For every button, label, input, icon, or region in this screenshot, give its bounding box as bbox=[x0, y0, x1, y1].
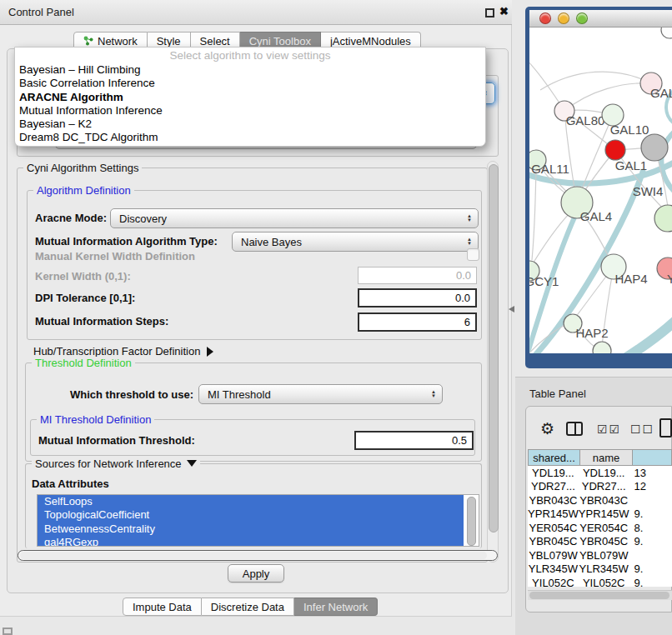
table-cell: YIL052C bbox=[579, 576, 629, 587]
tab-label: Network bbox=[98, 35, 138, 48]
mi-steps-field[interactable]: 6 bbox=[358, 312, 477, 332]
table-row[interactable]: YBL079WYBL079W bbox=[528, 548, 672, 562]
document-export-icon[interactable] bbox=[659, 418, 672, 438]
table-cell: 8. bbox=[629, 521, 672, 535]
data-attribute-item[interactable]: SelfLoops bbox=[38, 495, 464, 508]
algorithm-option[interactable]: Mutual Information Inference bbox=[15, 104, 485, 118]
data-attributes-items: SelfLoopsTopologicalCoefficientBetweenne… bbox=[38, 495, 479, 547]
close-traffic-light-icon[interactable] bbox=[539, 12, 551, 24]
combo-arrows-icon: ▲▼ bbox=[467, 238, 472, 246]
algorithm-dropdown-placeholder: Select algorithm to view settings bbox=[15, 48, 485, 63]
table-cell: YER054C bbox=[579, 521, 629, 535]
aracne-mode-combo[interactable]: Discovery ▲▼ bbox=[110, 208, 479, 228]
table-row[interactable]: YER054CYER054C8. bbox=[528, 521, 672, 535]
settings-horizontal-scrollbar[interactable] bbox=[18, 550, 498, 561]
table-row[interactable]: YBR045CYBR045C9. bbox=[528, 535, 672, 549]
data-attribute-item[interactable]: BetweennessCentrality bbox=[38, 522, 464, 536]
data-attributes-label: Data Attributes bbox=[32, 478, 109, 490]
scrollbar-thumb[interactable] bbox=[20, 552, 487, 559]
settings-vertical-scrollbar[interactable] bbox=[487, 161, 499, 562]
node-table: shared... name bbox=[528, 449, 672, 466]
apply-button[interactable]: Apply bbox=[228, 564, 284, 582]
split-columns-icon[interactable] bbox=[566, 422, 583, 436]
column-header-shared-name[interactable]: shared... bbox=[528, 449, 580, 466]
table-row[interactable]: YDL19...YDL19...13 bbox=[528, 466, 672, 480]
node-label: GCY1 bbox=[529, 274, 559, 288]
algorithm-option[interactable]: Bayesian – K2 bbox=[15, 118, 485, 131]
table-cell: 12 bbox=[629, 480, 672, 494]
hub-definition-toggle[interactable]: Hub/Transcription Factor Definition bbox=[33, 345, 213, 358]
algorithm-definition-title: Algorithm Definition bbox=[33, 184, 134, 197]
gear-icon[interactable]: ⚙ bbox=[540, 419, 554, 438]
node-label: GAL80 bbox=[566, 113, 605, 128]
minimized-panel-icon[interactable] bbox=[3, 628, 13, 635]
table-rows[interactable]: YDL19...YDL19...13YDR27...YDR27...12YBR0… bbox=[528, 466, 672, 587]
network-node[interactable] bbox=[661, 28, 672, 38]
mi-steps-label: Mutual Information Steps: bbox=[35, 315, 168, 328]
table-row[interactable]: YLR345WYLR345W9. bbox=[528, 562, 672, 577]
node-label: GAL4 bbox=[580, 209, 612, 223]
scrollbar-thumb[interactable] bbox=[529, 592, 669, 599]
column-header-partial[interactable] bbox=[633, 449, 672, 466]
unchecked-columns-icon[interactable]: ☐☐ bbox=[630, 422, 654, 436]
column-header-name[interactable]: name bbox=[580, 449, 633, 466]
data-attributes-list[interactable]: SelfLoopsTopologicalCoefficientBetweenne… bbox=[37, 494, 479, 547]
close-icon[interactable]: ✖ bbox=[499, 5, 509, 18]
table-row[interactable]: YDR27...YDR27...12 bbox=[528, 480, 672, 494]
data-attribute-item[interactable]: TopologicalCoefficient bbox=[38, 508, 464, 522]
algorithm-option[interactable]: Dream8 DC_TDC Algorithm bbox=[15, 131, 485, 144]
table-header-row: shared... name bbox=[528, 449, 672, 466]
aracne-mode-value: Discovery bbox=[119, 212, 167, 225]
tab-impute-data[interactable]: Impute Data bbox=[123, 598, 202, 616]
dpi-tolerance-field[interactable]: 0.0 bbox=[358, 288, 477, 308]
network-node-gal1[interactable] bbox=[605, 140, 625, 160]
network-edge bbox=[609, 320, 672, 353]
scrollbar-thumb[interactable] bbox=[489, 164, 499, 532]
table-row[interactable]: YBR043CYBR043C bbox=[528, 493, 672, 508]
table-cell: YLR345W bbox=[528, 562, 579, 577]
float-window-icon[interactable] bbox=[485, 8, 494, 18]
algorithm-option[interactable]: Bayesian – Hill Climbing bbox=[15, 63, 485, 77]
table-row[interactable]: YPR145WYPR145W9. bbox=[528, 508, 672, 522]
data-attribute-item[interactable]: gal4RGexp bbox=[38, 536, 464, 547]
minimize-traffic-light-icon[interactable] bbox=[558, 12, 569, 24]
network-canvas[interactable]: GALGAL80GAL10GAL1GAL11GAL4SWI4GCY1HAP4YH… bbox=[529, 28, 672, 353]
network-nodes: GALGAL80GAL10GAL1GAL11GAL4SWI4GCY1HAP4YH… bbox=[529, 28, 672, 353]
combo-arrows-icon: ▲▼ bbox=[467, 214, 472, 222]
table-horizontal-scrollbar[interactable] bbox=[528, 590, 672, 600]
table-row[interactable]: YIL052CYIL052C9. bbox=[528, 576, 672, 587]
network-node[interactable] bbox=[593, 342, 611, 353]
list-scrollbar-thumb[interactable] bbox=[467, 497, 476, 546]
table-cell: YPR145W bbox=[528, 508, 579, 522]
table-cell: YDR27... bbox=[528, 480, 579, 494]
manual-kernel-width-label: Manual Kernel Width Definition bbox=[35, 250, 195, 262]
tab-infer-network[interactable]: Infer Network bbox=[294, 598, 378, 616]
table-cell bbox=[629, 548, 672, 562]
tab-discretize-data[interactable]: Discretize Data bbox=[202, 598, 294, 616]
network-node-swi4[interactable] bbox=[654, 205, 672, 232]
which-threshold-combo[interactable]: MI Threshold ▲▼ bbox=[198, 384, 443, 404]
mi-algorithm-type-combo[interactable]: Naive Bayes ▲▼ bbox=[232, 232, 479, 252]
network-node[interactable] bbox=[641, 134, 668, 161]
zoom-traffic-light-icon[interactable] bbox=[576, 12, 588, 24]
network-window-titlebar[interactable] bbox=[529, 10, 672, 28]
tab-label: Discretize Data bbox=[211, 601, 284, 613]
manual-kernel-width-checkbox[interactable] bbox=[467, 248, 479, 261]
expand-arrow-icon bbox=[207, 347, 213, 357]
control-panel-title: Control Panel bbox=[8, 6, 74, 18]
checked-columns-icon[interactable]: ☑☑ bbox=[597, 422, 621, 436]
node-label: Y bbox=[667, 272, 672, 286]
algorithm-option[interactable]: ARACNE Algorithm bbox=[15, 91, 485, 104]
node-label: HAP2 bbox=[575, 326, 608, 340]
algorithm-option[interactable]: Basic Correlation Inference bbox=[15, 77, 485, 90]
algorithm-dropdown-list: Bayesian – Hill ClimbingBasic Correlatio… bbox=[15, 63, 485, 145]
collapse-arrow-icon bbox=[187, 460, 197, 467]
kernel-width-field[interactable]: 0.0 bbox=[358, 267, 477, 284]
cyni-algorithm-settings-title: Cyni Algorithm Settings bbox=[23, 162, 142, 174]
table-cell: 9. bbox=[629, 562, 672, 577]
tab-label: Select bbox=[200, 35, 230, 48]
algorithm-dropdown-popup: Select algorithm to view settings Bayesi… bbox=[14, 47, 486, 147]
mi-threshold-field[interactable]: 0.5 bbox=[354, 431, 474, 450]
sources-toggle[interactable]: Sources for Network Inference bbox=[32, 458, 200, 470]
table-cell: YBR043C bbox=[579, 493, 629, 508]
